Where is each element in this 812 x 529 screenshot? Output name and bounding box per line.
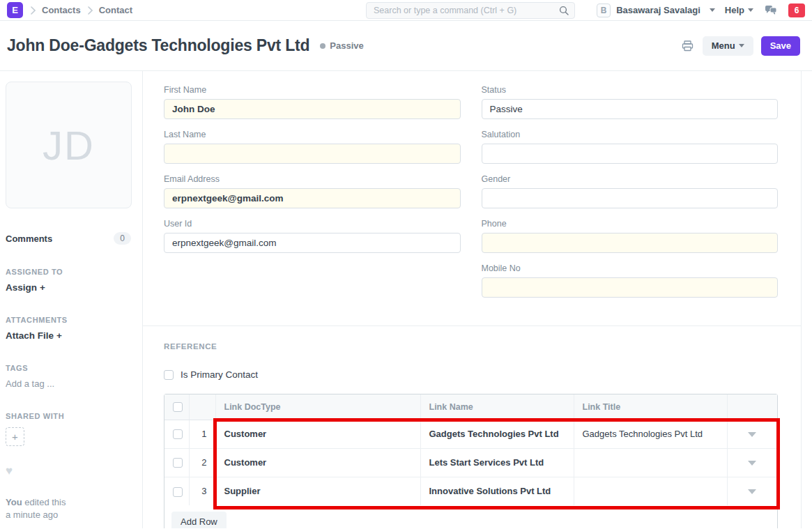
assign-label: Assign <box>6 282 37 293</box>
first-name-input[interactable] <box>164 99 461 119</box>
edited-action: edited this <box>24 497 66 507</box>
row-expand-button[interactable] <box>727 420 777 448</box>
chevron-right-icon <box>30 6 36 15</box>
global-search <box>366 2 575 19</box>
comments-row[interactable]: Comments 0 <box>6 232 131 245</box>
chat-icon[interactable] <box>763 3 779 17</box>
phone-input[interactable] <box>482 233 779 253</box>
user-avatar-letter: B <box>601 6 607 15</box>
form-column-right: Status Salutation Gender Phone <box>482 85 779 308</box>
cell-link-title[interactable] <box>574 477 727 505</box>
sidebar: JD Comments 0 ASSIGNED TO Assign+ ATTACH… <box>0 71 143 528</box>
cell-link-title[interactable]: Gadgets Technologies Pvt Ltd <box>574 420 727 448</box>
last-name-input[interactable] <box>164 144 461 164</box>
field-status: Status <box>482 85 779 119</box>
phone-label: Phone <box>482 219 779 229</box>
page-title: John Doe-Gadgets Technologies Pvt Ltd <box>7 36 309 55</box>
salutation-label: Salutation <box>482 130 779 139</box>
field-phone: Phone <box>482 219 779 253</box>
plus-icon: + <box>12 431 18 443</box>
first-name-label: First Name <box>164 85 461 95</box>
status-label: Status <box>482 85 779 95</box>
navbar: E Contacts Contact B Basawaraj Savalagi … <box>0 0 812 21</box>
cell-link-doctype[interactable]: Customer <box>215 420 420 448</box>
chevron-down-icon <box>739 44 744 47</box>
field-email-address: Email Address <box>164 174 461 208</box>
help-menu[interactable]: Help <box>725 5 753 15</box>
breadcrumb-contacts[interactable]: Contacts <box>42 5 81 15</box>
status-select[interactable] <box>482 99 779 119</box>
is-primary-contact-checkbox[interactable] <box>164 370 174 380</box>
assign-button[interactable]: Assign+ <box>6 282 131 293</box>
add-share-button[interactable]: + <box>6 427 24 446</box>
search-input[interactable] <box>372 5 559 16</box>
row-checkbox[interactable] <box>173 429 183 439</box>
row-expand-button[interactable] <box>727 448 777 477</box>
row-checkbox[interactable] <box>173 458 183 468</box>
comments-label[interactable]: Comments <box>6 233 52 244</box>
grid-header-row: Link DocType Link Name Link Title <box>164 394 777 420</box>
cell-link-doctype[interactable]: Customer <box>215 448 420 477</box>
breadcrumb: Contacts Contact <box>30 5 132 15</box>
row-checkbox[interactable] <box>173 487 183 497</box>
chevron-down-icon <box>748 489 756 494</box>
like-heart-icon[interactable]: ♥ <box>6 464 131 478</box>
cell-link-name[interactable]: Innovative Solutions Pvt Ltd <box>420 477 574 505</box>
mobile-no-input[interactable] <box>482 277 779 298</box>
email-address-input[interactable] <box>164 188 461 208</box>
avatar-initials: JD <box>43 122 95 169</box>
edited-time: a minute ago <box>6 509 58 520</box>
last-name-label: Last Name <box>164 130 461 139</box>
gender-label: Gender <box>482 174 779 184</box>
tags-heading: TAGS <box>6 364 131 372</box>
grid-row-1: 1 Customer Gadgets Technologies Pvt Ltd … <box>164 420 777 448</box>
plus-icon: + <box>40 282 45 293</box>
attach-file-label: Attach File <box>6 330 54 341</box>
save-button[interactable]: Save <box>761 36 800 56</box>
row-index: 1 <box>189 420 215 448</box>
add-tag-input[interactable]: Add a tag ... <box>6 378 131 389</box>
plus-icon: + <box>56 330 62 341</box>
attach-file-button[interactable]: Attach File+ <box>6 330 131 341</box>
cell-link-name[interactable]: Lets Start Services Pvt Ltd <box>420 448 574 477</box>
email-address-label: Email Address <box>164 174 461 184</box>
breadcrumb-contact[interactable]: Contact <box>99 5 132 15</box>
cell-link-name[interactable]: Gadgets Technologies Pvt Ltd <box>420 420 574 448</box>
salutation-input[interactable] <box>482 144 779 164</box>
user-avatar: B <box>597 3 611 17</box>
notification-count: 6 <box>795 6 799 15</box>
user-id-label: User Id <box>164 219 461 229</box>
user-menu[interactable]: B Basawaraj Savalagi <box>597 3 715 17</box>
app-logo[interactable]: E <box>7 2 23 18</box>
chevron-down-icon <box>748 432 756 437</box>
field-last-name: Last Name <box>164 130 461 164</box>
assigned-to-heading: ASSIGNED TO <box>6 268 131 276</box>
col-link-doctype: Link DocType <box>215 394 420 420</box>
cell-link-doctype[interactable]: Supplier <box>215 477 420 505</box>
gender-input[interactable] <box>482 188 779 208</box>
edited-info: You edited this a minute ago <box>6 496 131 521</box>
print-icon[interactable] <box>680 39 695 53</box>
field-salutation: Salutation <box>482 130 779 164</box>
is-primary-contact-field: Is Primary Contact <box>164 369 778 380</box>
add-row-button[interactable]: Add Row <box>171 512 227 528</box>
save-button-label: Save <box>770 40 791 51</box>
page-actions: Menu Save <box>680 36 800 56</box>
menu-button[interactable]: Menu <box>703 36 753 56</box>
contact-avatar[interactable]: JD <box>6 82 132 208</box>
select-all-checkbox[interactable] <box>173 402 183 412</box>
field-user-id: User Id <box>164 219 461 253</box>
contact-details-section: First Name Last Name Email Address User … <box>143 71 801 308</box>
user-id-input[interactable] <box>164 233 461 253</box>
field-mobile-no: Mobile No <box>482 263 779 298</box>
cell-link-title[interactable] <box>574 448 727 477</box>
row-index: 2 <box>189 448 215 477</box>
status-badge: Passive <box>320 40 363 51</box>
help-label: Help <box>725 5 744 15</box>
menu-button-label: Menu <box>712 40 735 51</box>
notification-badge[interactable]: 6 <box>788 3 805 17</box>
row-expand-button[interactable] <box>727 477 777 505</box>
field-gender: Gender <box>482 174 779 208</box>
navbar-right: B Basawaraj Savalagi Help 6 <box>597 3 805 17</box>
chevron-down-icon <box>748 8 753 12</box>
